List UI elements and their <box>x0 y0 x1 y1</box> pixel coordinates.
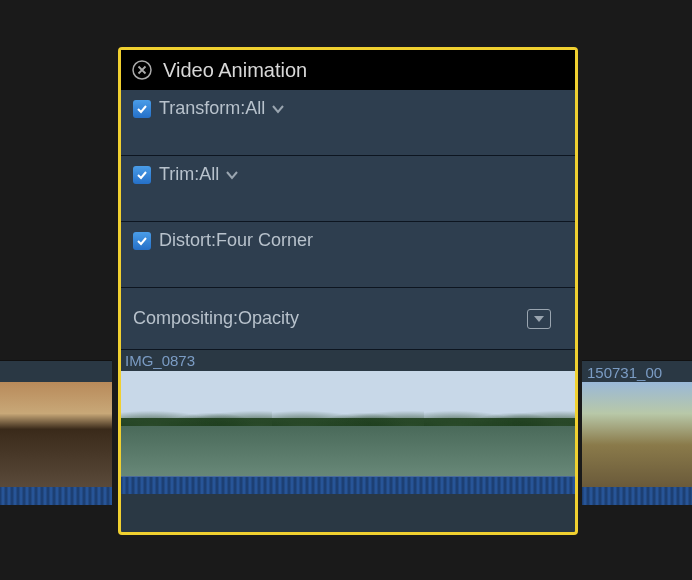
effect-checkbox[interactable] <box>133 100 151 118</box>
clip-name-label: 150731_00 <box>582 360 692 382</box>
effect-label-text: Trim:All <box>159 164 219 185</box>
audio-waveform <box>0 487 112 505</box>
expand-button[interactable] <box>527 309 551 329</box>
clip-thumbnail <box>582 382 692 487</box>
clip-name-label <box>0 360 112 382</box>
chevron-down-icon <box>271 104 285 114</box>
disclosure-button[interactable] <box>271 102 285 116</box>
panel-header: Video Animation <box>121 50 575 90</box>
effect-label: Compositing:Opacity <box>133 308 299 329</box>
effect-label: Trim:All <box>159 164 239 185</box>
effect-label-text: Compositing:Opacity <box>133 308 299 329</box>
checkmark-icon <box>136 103 148 115</box>
clip-thumbnail <box>0 382 112 487</box>
audio-waveform <box>582 487 692 505</box>
clip-thumbnail <box>121 371 272 476</box>
checkmark-icon <box>136 235 148 247</box>
effect-label: Distort:Four Corner <box>159 230 313 251</box>
timeline-clip-selected[interactable]: IMG_0873 <box>121 350 575 496</box>
audio-waveform <box>121 476 575 494</box>
clip-name-label: IMG_0873 <box>121 350 575 371</box>
effect-label: Transform:All <box>159 98 285 119</box>
effect-label-text: Transform:All <box>159 98 265 119</box>
effect-label-text: Distort:Four Corner <box>159 230 313 251</box>
checkmark-icon <box>136 169 148 181</box>
effect-row-distort[interactable]: Distort:Four Corner <box>121 222 575 288</box>
close-button[interactable] <box>131 59 153 81</box>
close-icon <box>132 60 152 80</box>
effect-row-compositing[interactable]: Compositing:Opacity <box>121 288 575 350</box>
clip-thumbnail <box>424 371 575 476</box>
effect-row-trim[interactable]: Trim:All <box>121 156 575 222</box>
video-animation-panel: Video Animation Transform:All Trim:All <box>118 47 578 535</box>
chevron-down-icon <box>225 170 239 180</box>
effect-checkbox[interactable] <box>133 232 151 250</box>
panel-title: Video Animation <box>163 59 307 82</box>
clip-thumbnail <box>272 371 423 476</box>
disclosure-button[interactable] <box>225 168 239 182</box>
effect-row-transform[interactable]: Transform:All <box>121 90 575 156</box>
effect-checkbox[interactable] <box>133 166 151 184</box>
clip-gap <box>0 505 112 535</box>
timeline-clip-right[interactable]: 150731_00 <box>582 360 692 536</box>
clip-gap <box>582 505 692 535</box>
timeline-clip-left[interactable] <box>0 360 112 536</box>
chevron-down-icon <box>533 315 545 323</box>
clip-thumbnail-strip <box>121 371 575 476</box>
